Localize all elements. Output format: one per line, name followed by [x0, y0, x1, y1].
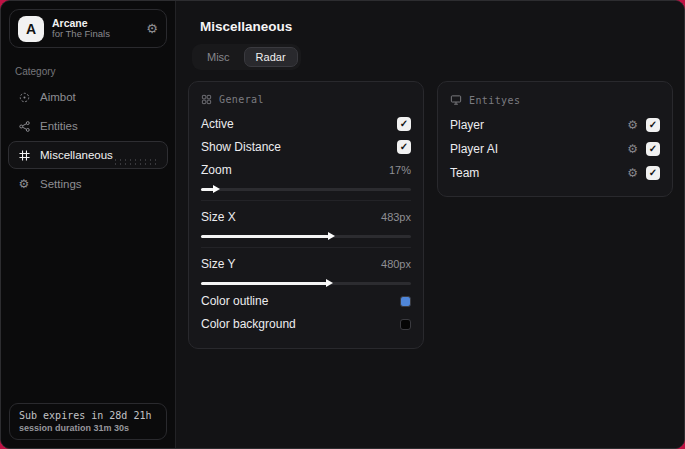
- tab-radar[interactable]: Radar: [244, 47, 298, 67]
- sidebar-nav: Aimbot Entities: [1, 83, 175, 198]
- category-label: Category: [15, 66, 161, 77]
- general-panel: General Active ✓ Show Distance ✓ Zoom 17…: [188, 81, 424, 349]
- general-panel-title: General: [219, 94, 264, 105]
- size-y-value: 480px: [381, 258, 411, 270]
- grid-icon: [201, 94, 212, 105]
- entities-icon: [17, 120, 31, 133]
- color-row-outline: Color outline: [201, 290, 411, 312]
- entities-panel-title: Entityes: [469, 95, 520, 106]
- entity-row-team: Team ⚙ ✓: [450, 162, 660, 184]
- size-x-value: 483px: [381, 211, 411, 223]
- color-background-swatch[interactable]: [400, 319, 411, 330]
- zoom-value: 17%: [389, 164, 411, 176]
- page-title: Miscellaneous: [200, 19, 673, 34]
- gear-icon: ⚙: [17, 177, 31, 191]
- divider: [201, 200, 411, 201]
- color-label: Color background: [201, 317, 296, 331]
- active-checkbox[interactable]: ✓: [397, 117, 411, 131]
- entity-label: Player: [450, 118, 484, 132]
- sidebar: A Arcane for The Finals ⚙ Category Aimbo…: [1, 1, 176, 448]
- sidebar-item-miscellaneous[interactable]: Miscellaneous: [8, 141, 168, 169]
- entity-label: Player AI: [450, 142, 498, 156]
- logo-card: A Arcane for The Finals ⚙: [9, 9, 167, 48]
- toggle-row-show-distance: Show Distance ✓: [201, 136, 411, 158]
- sidebar-item-label: Entities: [40, 120, 78, 132]
- show-distance-checkbox[interactable]: ✓: [397, 140, 411, 154]
- sidebar-item-label: Miscellaneous: [40, 149, 113, 161]
- entity-label: Team: [450, 166, 479, 180]
- gear-icon[interactable]: ⚙: [627, 167, 638, 179]
- session-duration-text: session duration 31m 30s: [19, 423, 157, 433]
- entity-row-player: Player ⚙ ✓: [450, 114, 660, 136]
- grid-hash-icon: [17, 149, 31, 162]
- slider-thumb[interactable]: [213, 185, 220, 193]
- gear-icon[interactable]: ⚙: [627, 119, 638, 131]
- dots-decoration: [113, 158, 159, 165]
- sidebar-item-entities[interactable]: Entities: [8, 112, 168, 140]
- main-content: Miscellaneous Misc Radar Gene: [176, 1, 685, 448]
- color-row-background: Color background: [201, 313, 411, 335]
- slider-row-size-y: Size Y 480px: [201, 253, 411, 275]
- toggle-label: Active: [201, 117, 234, 131]
- color-label: Color outline: [201, 294, 268, 308]
- app-window: A Arcane for The Finals ⚙ Category Aimbo…: [0, 0, 685, 449]
- sidebar-item-label: Aimbot: [40, 91, 76, 103]
- crosshair-icon: [17, 91, 31, 104]
- player-checkbox[interactable]: ✓: [646, 118, 660, 132]
- tab-misc[interactable]: Misc: [195, 47, 242, 67]
- gear-icon[interactable]: ⚙: [627, 143, 638, 155]
- entities-panel: Entityes Player ⚙ ✓ Player AI ⚙ ✓: [437, 81, 673, 197]
- tab-group: Misc Radar: [192, 44, 301, 70]
- sidebar-item-label: Settings: [40, 178, 82, 190]
- slider-label: Size X: [201, 210, 236, 224]
- logo-gear-icon[interactable]: ⚙: [146, 22, 158, 35]
- app-subtitle: for The Finals: [52, 29, 138, 40]
- slider-thumb[interactable]: [328, 232, 335, 240]
- slider-row-size-x: Size X 483px: [201, 206, 411, 228]
- subscription-info-card: Sub expires in 28d 21h session duration …: [9, 403, 167, 440]
- sidebar-item-aimbot[interactable]: Aimbot: [8, 83, 168, 111]
- toggle-row-active: Active ✓: [201, 113, 411, 135]
- sub-expires-text: Sub expires in 28d 21h: [19, 410, 157, 421]
- zoom-slider[interactable]: [201, 183, 411, 195]
- slider-label: Zoom: [201, 163, 232, 177]
- divider: [201, 247, 411, 248]
- player-ai-checkbox[interactable]: ✓: [646, 142, 660, 156]
- slider-row-zoom: Zoom 17%: [201, 159, 411, 181]
- app-logo-avatar: A: [18, 16, 44, 42]
- size-y-slider[interactable]: [201, 277, 411, 289]
- color-outline-swatch[interactable]: [400, 296, 411, 307]
- slider-label: Size Y: [201, 257, 235, 271]
- team-checkbox[interactable]: ✓: [646, 166, 660, 180]
- entity-row-player-ai: Player AI ⚙ ✓: [450, 138, 660, 160]
- sidebar-item-settings[interactable]: ⚙ Settings: [8, 170, 168, 198]
- monitor-icon: [450, 94, 462, 106]
- size-x-slider[interactable]: [201, 230, 411, 242]
- toggle-label: Show Distance: [201, 140, 281, 154]
- slider-thumb[interactable]: [326, 279, 333, 287]
